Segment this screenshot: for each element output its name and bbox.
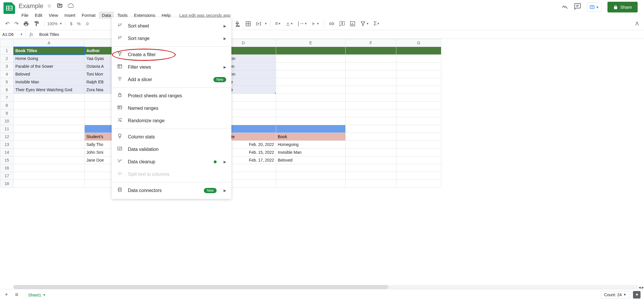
- row-header[interactable]: 10: [0, 117, 14, 125]
- valign-button[interactable]: ▼: [284, 20, 295, 27]
- cell[interactable]: [396, 78, 441, 86]
- undo-button[interactable]: ↶: [3, 19, 11, 28]
- cell[interactable]: Parable of the Sower: [14, 63, 85, 70]
- menu-column-stats[interactable]: Column stats: [112, 131, 231, 143]
- menu-data-cleanup[interactable]: Data cleanup ▶: [112, 156, 231, 168]
- row-header[interactable]: 8: [0, 102, 14, 109]
- row-header[interactable]: 14: [0, 149, 14, 156]
- row-header[interactable]: 18: [0, 180, 14, 188]
- menu-sort-sheet[interactable]: Sort sheet ▶: [112, 20, 231, 32]
- cell[interactable]: [276, 70, 346, 78]
- cell[interactable]: [396, 86, 441, 94]
- collapse-toolbar-button[interactable]: ᐱ: [634, 19, 641, 28]
- format-percent-button[interactable]: %: [75, 20, 82, 27]
- menu-create-filter[interactable]: Create a filter: [112, 48, 231, 61]
- row-header[interactable]: 2: [0, 55, 14, 63]
- spreadsheet-grid[interactable]: A B C D E F G 1 Book Titles Author re 2 …: [0, 39, 644, 289]
- cell[interactable]: Their Eyes Were Watching God: [14, 86, 85, 94]
- row-header[interactable]: 16: [0, 164, 14, 172]
- rotate-button[interactable]: ▼: [310, 20, 321, 27]
- cell[interactable]: [276, 47, 346, 55]
- row-header[interactable]: 7: [0, 94, 14, 102]
- menu-data-connectors[interactable]: Data connectors New ▶: [112, 184, 231, 197]
- cell[interactable]: [346, 55, 396, 63]
- select-all-cell[interactable]: [0, 39, 14, 47]
- cell[interactable]: [276, 78, 346, 86]
- row-header[interactable]: 9: [0, 109, 14, 117]
- cell[interactable]: Home Going: [14, 55, 85, 63]
- row-header[interactable]: 13: [0, 141, 14, 149]
- col-header-F[interactable]: F: [346, 39, 396, 47]
- row-header[interactable]: 12: [0, 133, 14, 141]
- move-icon[interactable]: [57, 3, 63, 10]
- cell[interactable]: Book: [276, 133, 346, 141]
- merge-cells-button[interactable]: [254, 20, 263, 28]
- borders-button[interactable]: [244, 20, 253, 28]
- menu-sort-range[interactable]: Sort range ▶: [112, 32, 231, 45]
- menu-format[interactable]: Format: [79, 12, 99, 19]
- cell[interactable]: [276, 86, 346, 94]
- comment-button[interactable]: [338, 20, 347, 28]
- document-title[interactable]: Example: [19, 2, 43, 10]
- wrap-button[interactable]: |→ ▼: [296, 19, 309, 28]
- star-icon[interactable]: ☆: [47, 3, 52, 10]
- cell[interactable]: [396, 47, 441, 55]
- menu-protect-sheets[interactable]: Protect sheets and ranges: [112, 89, 231, 102]
- align-button[interactable]: ≡ ▼: [273, 19, 283, 28]
- menu-filter-views[interactable]: Filter views ▶: [112, 61, 231, 73]
- cell[interactable]: Beloved: [14, 70, 85, 78]
- row-header[interactable]: 11: [0, 125, 14, 133]
- sheets-logo-icon[interactable]: [3, 2, 15, 14]
- cell[interactable]: Beloved: [276, 156, 346, 164]
- redo-button[interactable]: ↷: [12, 19, 20, 28]
- last-edit-link[interactable]: Last edit was seconds ago: [179, 13, 231, 18]
- cell[interactable]: [346, 70, 396, 78]
- paint-format-button[interactable]: [32, 20, 41, 28]
- filter-button[interactable]: ▼: [358, 20, 371, 28]
- menu-insert[interactable]: Insert: [61, 12, 78, 19]
- selection-handle[interactable]: [275, 92, 276, 94]
- col-header-G[interactable]: G: [396, 39, 441, 47]
- cell[interactable]: Book Titles: [14, 47, 85, 55]
- cell[interactable]: [346, 63, 396, 70]
- menu-view[interactable]: View: [46, 12, 61, 19]
- row-header[interactable]: 6: [0, 86, 14, 94]
- horizontal-scrollbar[interactable]: [13, 285, 638, 289]
- cell[interactable]: [346, 47, 396, 55]
- row-header[interactable]: 17: [0, 172, 14, 180]
- menu-randomize-range[interactable]: Randomize range: [112, 114, 231, 127]
- cell[interactable]: [276, 63, 346, 70]
- cell[interactable]: [346, 86, 396, 94]
- row-header[interactable]: 3: [0, 63, 14, 70]
- row-header[interactable]: 5: [0, 78, 14, 86]
- cell[interactable]: [276, 55, 346, 63]
- col-header-A[interactable]: A: [14, 39, 85, 47]
- cell[interactable]: [396, 63, 441, 70]
- activity-icon[interactable]: [561, 3, 568, 12]
- menu-edit[interactable]: Edit: [32, 12, 45, 19]
- menu-add-slicer[interactable]: Add a slicer New: [112, 73, 231, 86]
- print-button[interactable]: [21, 20, 31, 28]
- cell[interactable]: [396, 70, 441, 78]
- present-button[interactable]: ▼: [587, 3, 602, 12]
- row-header[interactable]: 15: [0, 156, 14, 164]
- cell[interactable]: [346, 78, 396, 86]
- cell[interactable]: Homegoing: [276, 141, 346, 149]
- menu-data-validation[interactable]: Data validation: [112, 143, 231, 156]
- row-header[interactable]: 1: [0, 47, 14, 55]
- hscroll-arrows[interactable]: ◀ ▶: [638, 286, 644, 289]
- share-button[interactable]: Share: [607, 2, 638, 12]
- row-header[interactable]: 4: [0, 70, 14, 78]
- format-currency-button[interactable]: $: [68, 20, 74, 27]
- zoom-selector[interactable]: 100% ▼: [47, 21, 62, 26]
- decrease-decimal-button[interactable]: .0: [84, 20, 90, 27]
- cell[interactable]: Invisible Man: [14, 78, 85, 86]
- col-header-E[interactable]: E: [276, 39, 346, 47]
- functions-button[interactable]: Σ ▼: [372, 19, 381, 28]
- menu-file[interactable]: File: [19, 12, 31, 19]
- comments-icon[interactable]: [574, 3, 581, 12]
- name-box[interactable]: A1:D6 ▼: [0, 30, 26, 39]
- cloud-status-icon[interactable]: [68, 3, 74, 10]
- chart-button[interactable]: [348, 20, 357, 28]
- link-button[interactable]: [327, 20, 336, 28]
